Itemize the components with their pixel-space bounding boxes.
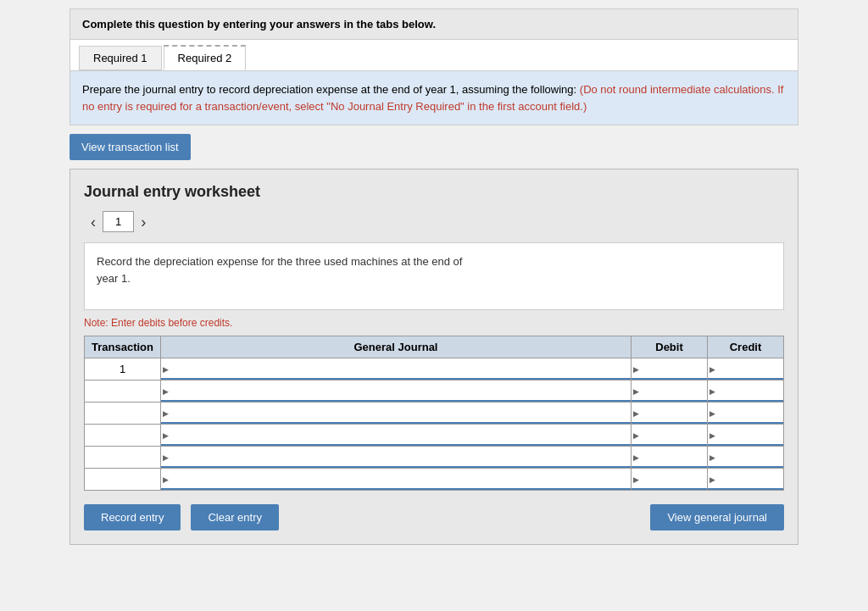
debit-input-6[interactable] <box>632 469 707 490</box>
prev-arrow-button[interactable]: ‹ <box>84 213 103 231</box>
view-general-journal-button[interactable]: View general journal <box>650 504 784 530</box>
credit-cell-6[interactable] <box>708 469 784 491</box>
general-journal-input-1[interactable] <box>161 358 631 380</box>
general-journal-input-5[interactable] <box>161 447 631 468</box>
entry-description-text: Record the depreciation expense for the … <box>97 255 462 285</box>
transaction-num-3 <box>85 403 161 425</box>
table-row <box>85 469 784 491</box>
entry-description: Record the depreciation expense for the … <box>84 242 784 310</box>
col-header-debit: Debit <box>632 336 708 358</box>
table-row: 1 <box>85 358 784 380</box>
general-journal-cell-2[interactable] <box>161 380 632 403</box>
general-journal-cell-4[interactable] <box>161 425 632 447</box>
instruction-bar: Complete this question by entering your … <box>70 8 798 40</box>
debit-input-1[interactable] <box>632 358 707 380</box>
record-entry-button[interactable]: Record entry <box>84 504 181 530</box>
debit-input-4[interactable] <box>632 425 707 446</box>
debit-input-2[interactable] <box>632 380 707 402</box>
credit-input-4[interactable] <box>708 425 783 446</box>
general-journal-cell-5[interactable] <box>161 447 632 469</box>
view-btn-row: View transaction list <box>70 125 798 169</box>
transaction-num-5 <box>85 447 161 469</box>
credit-cell-1[interactable] <box>708 358 784 380</box>
note-text: Note: Enter debits before credits. <box>84 317 784 329</box>
clear-entry-button[interactable]: Clear entry <box>191 504 279 530</box>
debit-input-5[interactable] <box>632 447 707 468</box>
worksheet-title: Journal entry worksheet <box>84 183 784 201</box>
col-header-credit: Credit <box>708 336 784 358</box>
instruction-text: Complete this question by entering your … <box>82 18 436 31</box>
description-black: Prepare the journal entry to record depr… <box>82 83 580 96</box>
general-journal-input-3[interactable] <box>161 403 631 424</box>
col-header-transaction: Transaction <box>85 336 161 358</box>
general-journal-cell-3[interactable] <box>161 403 632 425</box>
current-tab-number: 1 <box>103 211 134 232</box>
transaction-num-2 <box>85 380 161 403</box>
view-transaction-button[interactable]: View transaction list <box>70 134 191 160</box>
worksheet-card: Journal entry worksheet ‹ 1 › Record the… <box>70 169 798 545</box>
buttons-row: Record entry Clear entry View general jo… <box>84 504 784 530</box>
debit-cell-3[interactable] <box>632 403 708 425</box>
credit-input-1[interactable] <box>708 358 783 380</box>
general-journal-cell-6[interactable] <box>161 469 632 491</box>
table-row <box>85 403 784 425</box>
journal-table: Transaction General Journal Debit Credit… <box>84 336 784 491</box>
credit-input-3[interactable] <box>708 403 783 424</box>
credit-cell-3[interactable] <box>708 403 784 425</box>
tabs-row: Required 1 Required 2 <box>70 40 798 71</box>
col-header-general-journal: General Journal <box>161 336 632 358</box>
credit-input-2[interactable] <box>708 380 783 402</box>
transaction-num-1: 1 <box>85 358 161 380</box>
debit-cell-2[interactable] <box>632 380 708 403</box>
next-arrow-button[interactable]: › <box>134 213 153 231</box>
table-row <box>85 380 784 403</box>
credit-cell-2[interactable] <box>708 380 784 403</box>
general-journal-input-2[interactable] <box>161 380 631 402</box>
debit-cell-6[interactable] <box>632 469 708 491</box>
transaction-num-6 <box>85 469 161 491</box>
tab-required-1[interactable]: Required 1 <box>79 46 162 70</box>
transaction-num-4 <box>85 425 161 447</box>
table-row <box>85 447 784 469</box>
credit-input-6[interactable] <box>708 469 783 490</box>
debit-input-3[interactable] <box>632 403 707 424</box>
general-journal-input-6[interactable] <box>161 469 631 490</box>
credit-cell-4[interactable] <box>708 425 784 447</box>
description-bar: Prepare the journal entry to record depr… <box>70 71 798 125</box>
debit-cell-4[interactable] <box>632 425 708 447</box>
general-journal-input-4[interactable] <box>161 425 631 446</box>
credit-cell-5[interactable] <box>708 447 784 469</box>
debit-cell-5[interactable] <box>632 447 708 469</box>
tab-required-2[interactable]: Required 2 <box>164 45 247 70</box>
nav-row: ‹ 1 › <box>84 211 784 232</box>
debit-cell-1[interactable] <box>632 358 708 380</box>
credit-input-5[interactable] <box>708 447 783 468</box>
table-row <box>85 425 784 447</box>
general-journal-cell-1[interactable] <box>161 358 632 380</box>
